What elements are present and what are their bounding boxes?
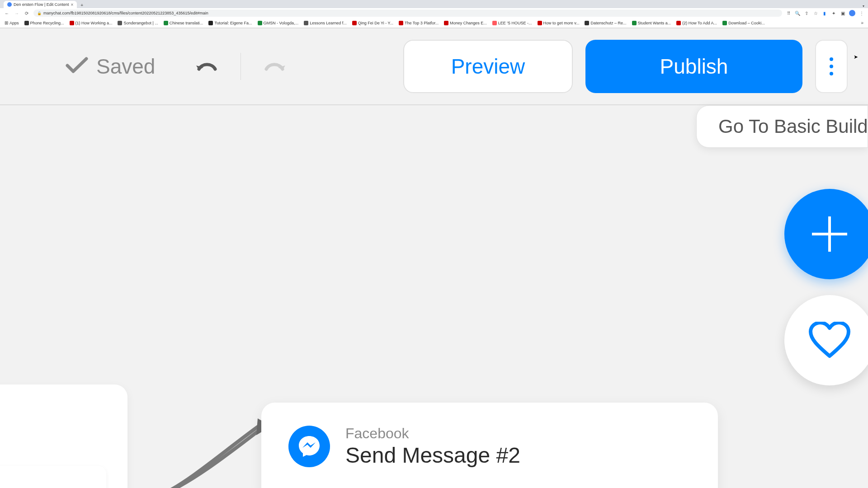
bookmark-label: LEE 'S HOUSE -... xyxy=(498,21,532,25)
bookmark-item[interactable]: GMSN - Vologda,... xyxy=(258,21,299,25)
add-step-fab[interactable] xyxy=(784,189,868,279)
profile-avatar[interactable] xyxy=(849,10,855,16)
editor-toolbar: Saved Preview Publish xyxy=(0,28,868,104)
bookmark-label: Money Changes E... xyxy=(450,21,487,25)
bookmark-item[interactable]: Money Changes E... xyxy=(444,21,487,25)
publish-label: Publish xyxy=(660,54,728,79)
preview-button[interactable]: Preview xyxy=(403,40,573,93)
bookmark-icon[interactable]: ☆ xyxy=(813,10,818,16)
chevron-down-icon[interactable]: ▾ xyxy=(863,4,864,8)
tab-title: Den ersten Flow | Edit Content xyxy=(14,2,69,7)
favicon xyxy=(258,21,262,25)
forward-button[interactable]: → xyxy=(14,10,20,16)
bookmark-label: (2) How To Add A... xyxy=(682,21,717,25)
favicon xyxy=(722,21,727,25)
more-menu-button[interactable] xyxy=(815,40,848,93)
bookmark-item[interactable]: How to get more v... xyxy=(538,21,580,25)
saved-label: Saved xyxy=(96,54,155,79)
favicon xyxy=(352,21,357,25)
node-header: Facebook Send Message #2 xyxy=(288,425,691,468)
back-button[interactable]: ← xyxy=(4,10,10,16)
bookmark-item[interactable]: (2) How To Add A... xyxy=(676,21,717,25)
reload-button[interactable]: ⟳ xyxy=(24,10,30,16)
share-icon[interactable]: ⇧ xyxy=(804,10,809,16)
heart-icon xyxy=(809,322,850,359)
apps-icon: ⊞ xyxy=(5,20,8,25)
sidepanel-icon[interactable]: ▣ xyxy=(840,10,845,16)
bookmark-item[interactable]: Download – Cooki... xyxy=(722,21,765,25)
messenger-icon xyxy=(288,426,330,467)
favicon xyxy=(24,21,29,25)
address-row: ← → ⟳ 🔒 manychat.com/fb1981502081920618/… xyxy=(0,8,868,18)
new-tab-button[interactable]: + xyxy=(79,2,85,8)
close-icon[interactable]: × xyxy=(71,2,73,7)
chrome-actions: ⠿ 🔍 ⇧ ☆ ▮ ✦ ▣ ⋮ xyxy=(786,10,864,16)
dots-vertical-icon xyxy=(830,57,833,75)
go-basic-builder-button[interactable]: Go To Basic Build xyxy=(696,105,868,148)
bookmark-label: GMSN - Vologda,... xyxy=(264,21,299,25)
undo-button[interactable] xyxy=(193,57,219,75)
publish-button[interactable]: Publish xyxy=(585,40,802,93)
fb-extension-icon[interactable]: ▮ xyxy=(822,10,827,16)
favicon xyxy=(304,21,308,25)
apps-shortcut[interactable]: ⊞ Apps xyxy=(5,20,19,25)
preview-label: Preview xyxy=(451,54,525,79)
bookmark-label: Download – Cooki... xyxy=(728,21,765,25)
favicon xyxy=(585,21,589,25)
bookmark-label: Sonderangebot | ... xyxy=(123,21,158,25)
node-title: Send Message #2 xyxy=(345,443,520,468)
divider xyxy=(241,53,241,80)
action-buttons: Preview Publish xyxy=(403,40,848,93)
save-status: Saved xyxy=(66,54,155,79)
node-titles: Facebook Send Message #2 xyxy=(345,425,520,468)
go-basic-label: Go To Basic Build xyxy=(718,116,868,137)
bookmark-label: Phone Recycling... xyxy=(30,21,64,25)
bookmark-item[interactable]: LEE 'S HOUSE -... xyxy=(492,21,532,25)
browser-chrome: Den ersten Flow | Edit Content × + ▾ ← →… xyxy=(0,0,868,28)
favicon xyxy=(70,21,74,25)
bookmark-label: Apps xyxy=(9,21,19,25)
bookmark-item[interactable]: Student Wants a... xyxy=(632,21,671,25)
favicon xyxy=(118,21,122,25)
bookmark-item[interactable]: Tutorial: Eigene Fa... xyxy=(208,21,252,25)
bookmark-label: Datenschutz – Re... xyxy=(590,21,626,25)
bookmark-label: How to get more v... xyxy=(543,21,580,25)
menu-icon[interactable]: ⋮ xyxy=(859,10,864,16)
connector-arrow-icon xyxy=(156,407,274,488)
check-icon xyxy=(66,56,88,76)
bookmark-item[interactable]: The Top 3 Platfor... xyxy=(399,21,439,25)
bookmark-item[interactable]: Datenschutz – Re... xyxy=(585,21,626,25)
bookmark-label: Lessons Learned f... xyxy=(310,21,347,25)
bookmark-label: Chinese translati... xyxy=(170,21,203,25)
history-controls xyxy=(193,53,288,80)
address-bar[interactable]: 🔒 manychat.com/fb1981502081920618/cms/fi… xyxy=(33,9,782,17)
bookmark-label: (1) How Working a... xyxy=(75,21,113,25)
favicon xyxy=(399,21,403,25)
tab-favicon xyxy=(7,2,12,7)
browser-tab[interactable]: Den ersten Flow | Edit Content × xyxy=(4,1,77,8)
lock-icon: 🔒 xyxy=(37,11,42,15)
favicon xyxy=(444,21,448,25)
favorite-fab[interactable] xyxy=(784,295,868,385)
bookmark-item[interactable]: Qing Fei De Yi - Y... xyxy=(352,21,393,25)
flow-node-partial-inner[interactable] xyxy=(0,466,106,488)
translate-icon[interactable]: ⠿ xyxy=(786,10,791,16)
bookmark-label: Student Wants a... xyxy=(638,21,671,25)
bookmark-item[interactable]: Sonderangebot | ... xyxy=(118,21,158,25)
bookmarks-overflow[interactable]: » xyxy=(861,20,863,25)
bookmark-item[interactable]: (1) How Working a... xyxy=(70,21,113,25)
cursor-icon: ➤ xyxy=(854,54,858,60)
flow-node-send-message[interactable]: Facebook Send Message #2 xyxy=(261,403,718,488)
app-canvas: Saved Preview Publish ➤ xyxy=(0,28,868,488)
url-text: manychat.com/fb1981502081920618/cms/file… xyxy=(43,11,208,15)
bookmark-label: The Top 3 Platfor... xyxy=(405,21,439,25)
zoom-icon[interactable]: 🔍 xyxy=(795,10,800,16)
favicon xyxy=(164,21,168,25)
redo-button[interactable] xyxy=(263,57,288,75)
extensions-icon[interactable]: ✦ xyxy=(831,10,836,16)
bookmark-label: Tutorial: Eigene Fa... xyxy=(214,21,252,25)
favicon xyxy=(676,21,681,25)
bookmark-item[interactable]: Phone Recycling... xyxy=(24,21,64,25)
bookmark-item[interactable]: Lessons Learned f... xyxy=(304,21,347,25)
bookmark-item[interactable]: Chinese translati... xyxy=(164,21,203,25)
